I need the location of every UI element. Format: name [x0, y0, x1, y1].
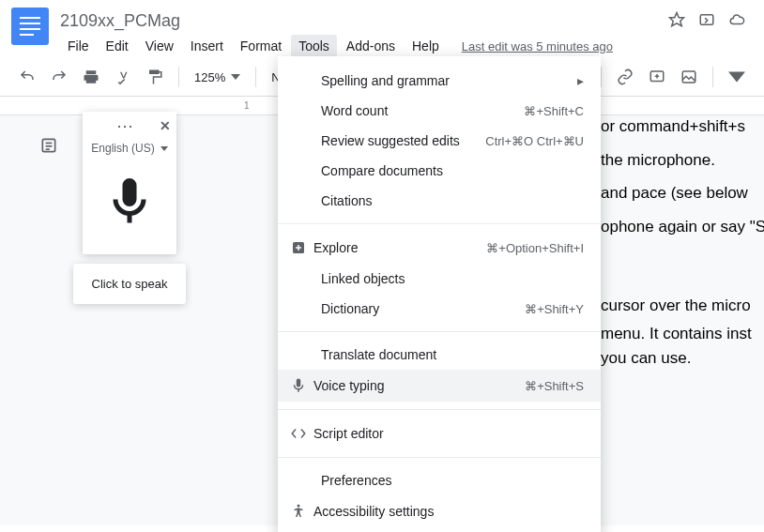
star-icon[interactable]	[668, 11, 685, 31]
menu-tools[interactable]: Tools	[291, 35, 337, 57]
svg-marker-0	[670, 12, 684, 25]
cloud-icon[interactable]	[728, 11, 745, 31]
svg-point-11	[298, 505, 300, 508]
explore-icon	[287, 239, 310, 256]
move-icon[interactable]	[698, 11, 715, 31]
tools-voice-typing[interactable]: Voice typing ⌘+Shift+S	[278, 370, 601, 402]
comment-button[interactable]	[643, 64, 671, 90]
zoom-select[interactable]: 125%	[189, 67, 246, 88]
paint-format-button[interactable]	[141, 64, 169, 90]
last-edit-link[interactable]: Last edit was 5 minutes ago	[462, 39, 613, 53]
doc-line: cursor over the micro	[601, 289, 764, 323]
voice-tooltip-text: Click to speak	[92, 277, 168, 291]
menu-view[interactable]: View	[138, 35, 181, 57]
microphone-button[interactable]	[92, 164, 167, 239]
tools-dropdown: Spelling and grammar ▸ Word count ⌘+Shif…	[278, 56, 601, 532]
ruler-mark: 1	[244, 100, 250, 111]
submenu-arrow-icon: ▸	[577, 73, 584, 88]
voice-typing-panel: ⋯ ✕ English (US)	[83, 112, 176, 254]
doc-line: or command+shift+s	[601, 110, 764, 144]
tools-preferences[interactable]: Preferences	[278, 465, 601, 495]
more-dots-icon[interactable]: ⋯	[116, 115, 133, 136]
tools-linked-objects[interactable]: Linked objects	[278, 264, 601, 294]
doc-line: you can use.	[601, 346, 764, 371]
script-icon	[287, 425, 310, 442]
image-button[interactable]	[675, 64, 703, 90]
menu-addons[interactable]: Add-ons	[339, 35, 403, 57]
menu-help[interactable]: Help	[405, 35, 447, 57]
tools-translate[interactable]: Translate document	[278, 340, 601, 370]
accessibility-icon	[287, 503, 310, 520]
link-button[interactable]	[611, 64, 639, 90]
menu-insert[interactable]: Insert	[183, 35, 231, 57]
close-icon[interactable]: ✕	[160, 118, 171, 133]
tools-explore[interactable]: Explore ⌘+Option+Shift+I	[278, 232, 601, 264]
tools-word-count[interactable]: Word count ⌘+Shift+C	[278, 96, 601, 126]
more-button[interactable]	[723, 64, 751, 90]
tools-accessibility[interactable]: Accessibility settings	[278, 495, 601, 527]
tools-spelling[interactable]: Spelling and grammar ▸	[278, 66, 601, 96]
redo-button[interactable]	[45, 64, 73, 90]
menu-file[interactable]: File	[60, 35, 97, 57]
doc-line: menu. It contains inst	[601, 322, 764, 346]
print-button[interactable]	[77, 64, 105, 90]
tools-compare[interactable]: Compare documents	[278, 156, 601, 186]
document-body-text[interactable]: or command+shift+s the microphone. and p…	[601, 110, 764, 370]
undo-button[interactable]	[13, 64, 41, 90]
outline-icon[interactable]	[38, 134, 60, 157]
spellcheck-button[interactable]	[109, 64, 137, 90]
microphone-icon	[287, 377, 310, 394]
zoom-value: 125%	[194, 70, 225, 84]
tools-citations[interactable]: Citations	[278, 186, 601, 216]
doc-line: ophone again or say "S	[601, 210, 764, 244]
voice-language-label: English (US)	[91, 142, 154, 155]
voice-language-select[interactable]: English (US)	[85, 140, 173, 157]
menu-format[interactable]: Format	[233, 35, 289, 57]
docs-logo[interactable]	[11, 8, 49, 45]
voice-tooltip: Click to speak	[73, 264, 186, 304]
document-title[interactable]: 2109xx_PCMag	[60, 11, 180, 31]
doc-line: and pace (see below	[601, 176, 764, 210]
menu-edit[interactable]: Edit	[99, 35, 136, 57]
doc-line: the microphone.	[601, 144, 764, 177]
tools-dictionary[interactable]: Dictionary ⌘+Shift+Y	[278, 294, 601, 324]
tools-script-editor[interactable]: Script editor	[278, 418, 601, 449]
tools-review-edits[interactable]: Review suggested edits Ctrl+⌘O Ctrl+⌘U	[278, 126, 601, 156]
